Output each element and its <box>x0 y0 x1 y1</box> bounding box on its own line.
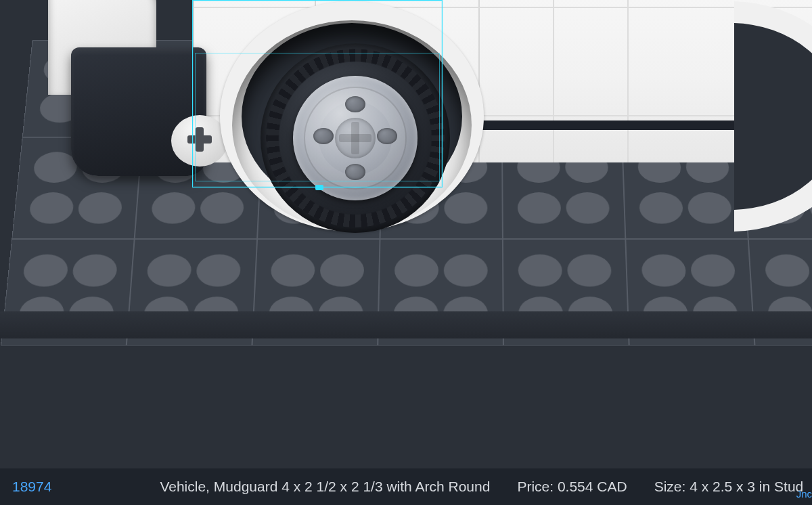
3d-viewport[interactable] <box>0 0 812 467</box>
truncated-link[interactable]: Jnc <box>796 488 812 500</box>
front-wheel[interactable] <box>261 43 450 233</box>
price-label: Price: 0.554 CAD <box>517 479 627 495</box>
part-name-label: Vehicle, Mudguard 4 x 2 1/2 x 2 1/3 with… <box>160 479 490 495</box>
front-bumper-assembly <box>48 7 217 183</box>
rear-wheel-arch <box>734 1 812 232</box>
hub-cross-icon <box>339 122 371 154</box>
part-id-link[interactable]: 18974 <box>12 479 51 495</box>
axle-cross-icon <box>187 127 212 152</box>
status-bar: 18974 Vehicle, Mudguard 4 x 2 1/2 x 2 1/… <box>0 468 812 505</box>
size-label: Size: 4 x 2.5 x 3 in Stud <box>654 479 804 495</box>
selection-handle[interactable] <box>315 185 323 190</box>
vehicle-model[interactable] <box>30 0 812 264</box>
wheel-hub <box>293 76 418 200</box>
baseplate-edge <box>0 311 812 338</box>
